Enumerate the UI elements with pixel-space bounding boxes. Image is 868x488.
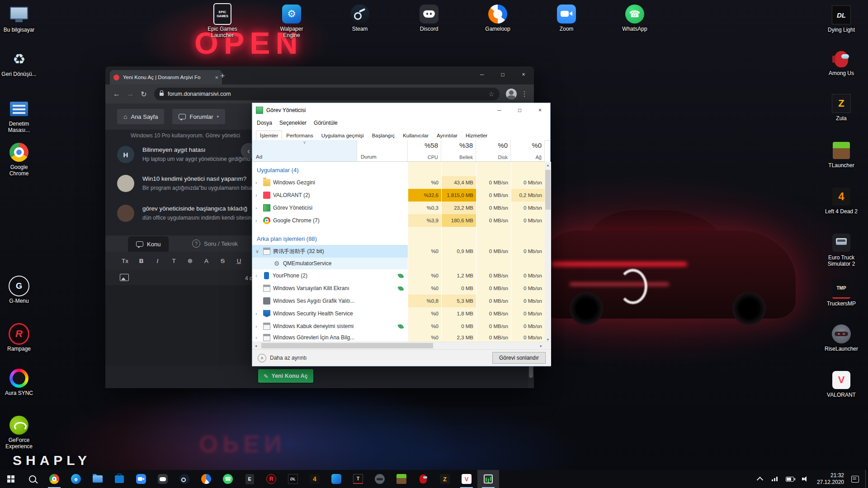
scrollbar-thumb[interactable] bbox=[545, 170, 551, 210]
thread-title[interactable]: Win10 kendimi yönetici nasıl yaparım? bbox=[142, 175, 246, 182]
volume-icon[interactable] bbox=[802, 476, 808, 482]
taskbar-valorant[interactable]: V bbox=[456, 470, 477, 488]
battery-icon[interactable] bbox=[786, 477, 794, 482]
desktop-icon-rampage[interactable]: R Rampage bbox=[0, 324, 38, 352]
nav-forums-button[interactable]: Forumlar ▾ bbox=[172, 109, 225, 124]
taskbar-store[interactable] bbox=[108, 470, 130, 488]
bookmark-star-icon[interactable]: ☆ bbox=[488, 90, 494, 98]
desktop-icon-control-panel[interactable]: Denetim Masası... bbox=[0, 99, 38, 133]
taskbar-riselauncher[interactable] bbox=[369, 470, 391, 488]
tab-ayrintilar[interactable]: Ayrıntılar bbox=[433, 131, 462, 141]
tab-close-icon[interactable]: × bbox=[215, 74, 218, 81]
desktop-icon-truckersmp[interactable]: TMP TruckersMP bbox=[822, 278, 860, 307]
desktop-icon-g-menu[interactable]: G G-Menu bbox=[0, 276, 38, 304]
desktop-icon-epic-games[interactable]: EPIC GAMES Epic Games Launcher bbox=[203, 4, 241, 38]
menu-secenekler[interactable]: Seçenekler bbox=[279, 120, 307, 126]
process-row[interactable]: ›Windows Kabuk deneyimi sistemi %0 0 MB … bbox=[252, 320, 545, 333]
tm-minimize-button[interactable]: ─ bbox=[489, 103, 509, 117]
desktop-icon-left-4-dead-2[interactable]: 4 Left 4 Dead 2 bbox=[822, 186, 860, 215]
reload-icon[interactable]: ↻ bbox=[137, 87, 151, 101]
scroll-left-icon[interactable]: ◄ bbox=[252, 342, 259, 349]
process-row[interactable]: Windows Varsayılan Kilit Ekranı %0 0 MB … bbox=[252, 282, 545, 295]
taskbar-left-4-dead-2[interactable]: 4 bbox=[304, 470, 326, 488]
tm-maximize-button[interactable]: □ bbox=[509, 103, 530, 117]
desktop-icon-google-chrome[interactable]: Google Chrome bbox=[0, 142, 38, 177]
nav-home-button[interactable]: ⌂ Ana Sayfa bbox=[117, 109, 164, 124]
desktop-icon-among-us[interactable]: Among Us bbox=[822, 48, 860, 76]
insert-image-icon[interactable] bbox=[120, 274, 129, 281]
tm-close-button[interactable]: × bbox=[530, 103, 550, 117]
column-header-status[interactable]: Durum bbox=[357, 140, 408, 161]
browser-tab[interactable]: Yeni Konu Aç | Donanım Arşivi Fo × bbox=[110, 70, 222, 84]
taskbar-clock[interactable]: 21:32 27.12.2020 bbox=[812, 472, 849, 486]
tab-hizmetler[interactable]: Hizmetler bbox=[462, 131, 492, 141]
strikethrough-icon[interactable]: S bbox=[217, 255, 229, 267]
desktop-icon-tlauncher[interactable]: TLauncher bbox=[822, 140, 860, 169]
browser-close-button[interactable]: × bbox=[513, 66, 534, 83]
desktop-icon-wallpaper-engine[interactable]: ⚙ Walpaper Engine bbox=[273, 4, 311, 38]
task-manager-titlebar[interactable]: Görev Yöneticisi ─ □ × bbox=[252, 103, 550, 117]
column-header-name[interactable]: ∨ Ad bbox=[252, 140, 357, 161]
browser-maximize-button[interactable]: □ bbox=[492, 66, 513, 83]
bold-icon[interactable]: B bbox=[135, 255, 147, 267]
taskbar-task-manager[interactable] bbox=[477, 470, 499, 488]
taskbar-zula[interactable]: Z bbox=[434, 470, 456, 488]
taskbar-steam[interactable] bbox=[174, 470, 195, 488]
vertical-scrollbar[interactable]: ▲ ▼ bbox=[545, 162, 551, 343]
process-row[interactable]: Windows Ses Aygıtı Grafik Yalıtı... %0,8… bbox=[252, 295, 545, 307]
horizontal-scrollbar[interactable]: ◄ ► bbox=[252, 342, 551, 349]
process-row[interactable]: ›YourPhone (2) %0 1,2 MB 0 MB/sn 0 Mb/sn bbox=[252, 269, 545, 282]
show-desktop-button[interactable] bbox=[865, 470, 868, 488]
tray-expand-icon[interactable] bbox=[757, 477, 763, 483]
start-button[interactable] bbox=[0, 470, 22, 488]
browser-menu-icon[interactable]: ⋮ bbox=[519, 90, 529, 98]
desktop-icon-this-pc[interactable]: Bu bilgisayar bbox=[0, 5, 38, 33]
desktop-icon-whatsapp[interactable]: ☎ WhatsApp bbox=[616, 4, 654, 32]
network-icon[interactable] bbox=[772, 477, 778, 481]
desktop-icon-dying-light[interactable]: DL Dying Light bbox=[822, 5, 860, 33]
process-row[interactable]: ›Görev Yöneticisi %0,3 23,2 MB 0 MB/sn 0… bbox=[252, 202, 545, 214]
taskbar-gameloop[interactable] bbox=[195, 470, 217, 488]
tab-uygulama-gecmisi[interactable]: Uygulama geçmişi bbox=[317, 131, 368, 141]
taskbar-chrome[interactable] bbox=[43, 470, 65, 488]
tab-soru-teknik[interactable]: ? Soru / Teknik bbox=[192, 235, 238, 252]
taskbar-dying-light[interactable]: DL bbox=[282, 470, 304, 488]
process-row[interactable]: ›Windows Görevleri İçin Ana Bilg... %0 2… bbox=[252, 333, 545, 343]
tab-islemler[interactable]: İşlemler bbox=[256, 131, 282, 141]
taskbar-wallpaper-engine[interactable] bbox=[326, 470, 347, 488]
taskbar-tlauncher[interactable] bbox=[391, 470, 412, 488]
forward-icon[interactable]: → bbox=[123, 87, 137, 101]
profile-avatar[interactable] bbox=[506, 89, 517, 99]
create-topic-button[interactable]: ✎ Yeni Konu Aç bbox=[258, 369, 313, 383]
desktop-icon-aura-sync[interactable]: Aura SYNC bbox=[0, 368, 38, 396]
desktop-icon-discord[interactable]: Discord bbox=[410, 4, 448, 32]
end-task-button[interactable]: Görevi sonlandır bbox=[492, 352, 546, 364]
column-header-cpu[interactable]: %58 CPU bbox=[408, 140, 441, 161]
less-detail-toggle[interactable]: ∧ Daha az ayrıntı bbox=[258, 354, 307, 362]
link-icon[interactable]: ⊕ bbox=[184, 255, 196, 267]
taskbar-whatsapp[interactable]: ☎ bbox=[217, 470, 239, 488]
taskbar-zoom[interactable] bbox=[130, 470, 152, 488]
tab-konu[interactable]: Konu bbox=[128, 236, 169, 252]
taskbar-rampage[interactable]: R bbox=[260, 470, 282, 488]
desktop-icon-recycle-bin[interactable]: ♻ Geri Dönüşü... bbox=[0, 49, 38, 77]
thread-title[interactable]: görev yöneticisinde başlangıca tıkladığ bbox=[142, 205, 247, 212]
tab-baslangic[interactable]: Başlangıç bbox=[368, 131, 399, 141]
italic-icon[interactable]: I bbox=[151, 255, 164, 267]
process-row[interactable]: ›Windows Gezgini %0 43,4 MB 0 MB/sn 0 Mb… bbox=[252, 176, 545, 189]
desktop-icon-riselauncher[interactable]: RiseLauncher bbox=[822, 324, 860, 352]
column-header-network[interactable]: %0 Ağ bbox=[511, 140, 545, 161]
taskbar-file-explorer[interactable] bbox=[87, 470, 108, 488]
new-tab-button[interactable]: + bbox=[220, 71, 225, 81]
desktop-icon-geforce-experience[interactable]: GeForce Experience bbox=[0, 415, 38, 450]
process-row[interactable]: ›Google Chrome (7) %3,9 180,6 MB 0 MB/sn… bbox=[252, 214, 545, 227]
process-row[interactable]: ›Windows Security Health Service %0 1,8 … bbox=[252, 307, 545, 320]
taskbar-epic-games[interactable]: E bbox=[239, 470, 260, 488]
underline-icon[interactable]: U bbox=[233, 255, 245, 267]
taskbar-among-us[interactable] bbox=[412, 470, 434, 488]
desktop-icon-zula[interactable]: Z Zula bbox=[822, 93, 860, 122]
menu-dosya[interactable]: Dosya bbox=[257, 120, 272, 126]
scroll-right-icon[interactable]: ► bbox=[538, 342, 545, 349]
browser-minimize-button[interactable]: ─ bbox=[472, 66, 492, 83]
tab-kullanicilar[interactable]: Kullanıcılar bbox=[399, 131, 433, 141]
